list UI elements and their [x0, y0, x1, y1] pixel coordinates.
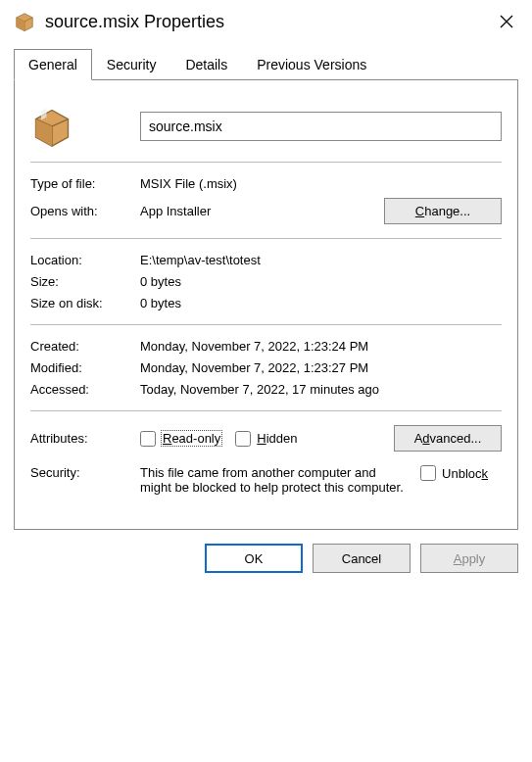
label-type-of-file: Type of file:	[30, 176, 140, 191]
hidden-label: Hidden	[257, 431, 297, 446]
unblock-checkbox[interactable]: Unblock	[420, 465, 488, 481]
readonly-checkbox-box[interactable]	[140, 431, 156, 447]
label-location: Location:	[30, 253, 140, 267]
filename-input[interactable]	[140, 112, 502, 141]
package-icon	[14, 11, 35, 32]
label-modified: Modified:	[30, 360, 140, 375]
advanced-button[interactable]: Advanced...	[394, 425, 502, 452]
value-accessed: Today, November 7, 2022, 17 minutes ago	[140, 382, 502, 397]
cancel-button[interactable]: Cancel	[313, 544, 411, 573]
label-attributes: Attributes:	[30, 431, 140, 446]
window-title: source.msix Properties	[45, 12, 493, 32]
titlebar: source.msix Properties	[0, 0, 532, 41]
value-location: E:\temp\av-test\totest	[140, 253, 502, 267]
tab-details[interactable]: Details	[170, 49, 242, 80]
separator	[30, 162, 502, 163]
hidden-checkbox-box[interactable]	[235, 431, 251, 447]
label-accessed: Accessed:	[30, 382, 140, 397]
label-security: Security:	[30, 465, 140, 480]
tab-strip: General Security Details Previous Versio…	[0, 41, 532, 80]
value-modified: Monday, November 7, 2022, 1:23:27 PM	[140, 360, 502, 375]
hidden-checkbox[interactable]: Hidden	[235, 431, 297, 447]
value-size-on-disk: 0 bytes	[140, 296, 502, 310]
label-created: Created:	[30, 339, 140, 354]
tab-previous-versions[interactable]: Previous Versions	[242, 49, 381, 80]
separator	[30, 410, 502, 411]
value-type-of-file: MSIX File (.msix)	[140, 176, 502, 191]
apply-button[interactable]: Apply	[420, 544, 518, 573]
close-button[interactable]	[493, 8, 520, 35]
value-created: Monday, November 7, 2022, 1:23:24 PM	[140, 339, 502, 354]
separator	[30, 238, 502, 239]
value-size: 0 bytes	[140, 274, 502, 289]
change-button[interactable]: Change...	[384, 198, 502, 224]
label-size-on-disk: Size on disk:	[30, 296, 140, 310]
security-text: This file came from another computer and…	[140, 465, 414, 495]
ok-button[interactable]: OK	[205, 544, 303, 573]
tab-general[interactable]: General	[14, 49, 92, 80]
unblock-checkbox-box[interactable]	[420, 465, 436, 481]
readonly-label: Read-only	[162, 431, 221, 446]
label-opens-with: Opens with:	[30, 204, 140, 218]
dialog-footer: OK Cancel Apply	[0, 530, 532, 573]
separator	[30, 324, 502, 325]
tab-security[interactable]: Security	[92, 49, 171, 80]
general-panel: Type of file: MSIX File (.msix) Opens wi…	[14, 80, 518, 530]
value-opens-with: App Installer	[140, 204, 384, 218]
label-size: Size:	[30, 274, 140, 289]
unblock-label: Unblock	[442, 466, 488, 481]
readonly-checkbox[interactable]: Read-only	[140, 431, 221, 447]
file-type-icon	[30, 105, 73, 148]
